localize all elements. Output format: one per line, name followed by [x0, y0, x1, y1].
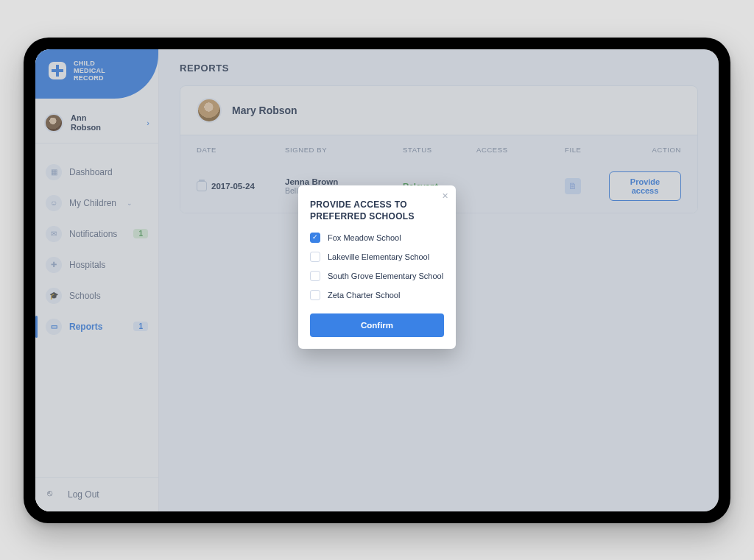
checkbox-checked-icon[interactable] [310, 233, 320, 243]
provide-access-modal: ✕ PROVIDE ACCESS TO PREFERRED SCHOOLS Fo… [298, 185, 456, 349]
cell-date: 2017-05-24 [197, 181, 285, 191]
sidebar-item-my-children[interactable]: ☺ My Children ⌄ [35, 188, 158, 219]
brand-logo-icon [49, 62, 66, 79]
school-label: South Grove Elementary School [328, 272, 443, 280]
dashboard-icon: ▦ [46, 164, 62, 180]
school-label: Fox Meadow School [328, 233, 401, 242]
sidebar-item-label: Dashboard [69, 167, 113, 177]
notifications-icon: ✉ [46, 226, 62, 242]
current-user-name: Ann Robson [71, 113, 139, 132]
notifications-badge: 1 [133, 229, 148, 238]
sidebar-item-label: Schools [69, 291, 101, 301]
sidebar-item-schools[interactable]: 🎓 Schools [35, 280, 158, 311]
sidebar-item-label: Reports [69, 322, 102, 332]
school-label: Zeta Charter School [328, 291, 400, 300]
hospitals-icon: ✚ [46, 257, 62, 273]
table-header: DATE SIGNED BY STATUS ACCESS FILE ACTION [180, 135, 697, 161]
app-screen: CHILD MEDICAL RECORD Ann Robson › ▦ Dash… [35, 49, 719, 511]
sidebar-item-dashboard[interactable]: ▦ Dashboard [35, 157, 158, 188]
modal-title: PROVIDE ACCESS TO PREFERRED SCHOOLS [310, 199, 444, 222]
schools-icon: 🎓 [46, 288, 62, 304]
checkbox-icon[interactable] [310, 290, 320, 300]
school-label: Lakeville Elementary School [328, 252, 429, 261]
school-option[interactable]: South Grove Elementary School [310, 271, 444, 281]
reports-badge: 1 [133, 322, 148, 331]
sidebar-item-label: My Children [69, 198, 116, 208]
chevron-right-icon: › [147, 118, 149, 127]
school-option[interactable]: Zeta Charter School [310, 290, 444, 300]
col-signed: SIGNED BY [285, 146, 403, 154]
sidebar-item-label: Hospitals [69, 260, 105, 270]
brand-title: CHILD MEDICAL RECORD [74, 60, 105, 82]
patient-name: Mary Robson [232, 104, 297, 116]
logout-label: Log Out [68, 489, 99, 500]
close-icon[interactable]: ✕ [442, 191, 448, 201]
children-icon: ☺ [46, 195, 62, 211]
sidebar: CHILD MEDICAL RECORD Ann Robson › ▦ Dash… [35, 49, 159, 511]
avatar [197, 98, 222, 123]
logout-button[interactable]: ⎋ Log Out [35, 477, 158, 511]
col-access: ACCESS [476, 146, 565, 154]
checkbox-icon[interactable] [310, 252, 320, 262]
sidebar-item-notifications[interactable]: ✉ Notifications 1 [35, 219, 158, 249]
col-action: ACTION [609, 146, 681, 154]
col-status: STATUS [403, 146, 476, 154]
sidebar-item-hospitals[interactable]: ✚ Hospitals [35, 249, 158, 280]
page-title: REPORTS [180, 63, 698, 74]
sidebar-item-label: Notifications [69, 229, 117, 239]
date-value: 2017-05-24 [211, 182, 255, 191]
reports-icon: ▭ [46, 319, 62, 335]
user-first: Ann [71, 113, 139, 123]
school-option[interactable]: Lakeville Elementary School [310, 252, 444, 262]
checkbox-icon[interactable] [310, 271, 320, 281]
logout-icon: ⎋ [47, 488, 60, 501]
user-last: Robson [71, 123, 139, 132]
sidebar-item-reports[interactable]: ▭ Reports 1 [35, 311, 158, 342]
col-file: FILE [565, 146, 609, 154]
file-icon[interactable]: 🗎 [565, 178, 581, 194]
patient-header: Mary Robson [180, 86, 697, 135]
brand-header: CHILD MEDICAL RECORD [35, 49, 158, 99]
cell-action: Provide access [609, 171, 681, 201]
col-date: DATE [197, 146, 285, 154]
chevron-down-icon: ⌄ [127, 199, 133, 207]
school-option[interactable]: Fox Meadow School [310, 233, 444, 243]
cell-file: 🗎 [565, 178, 609, 194]
current-user-row[interactable]: Ann Robson › [35, 103, 158, 143]
provide-access-button[interactable]: Provide access [609, 171, 681, 201]
brand-line-3: RECORD [74, 74, 105, 82]
brand-line-2: MEDICAL [74, 67, 105, 74]
sidebar-nav: ▦ Dashboard ☺ My Children ⌄ ✉ Notificati… [35, 143, 158, 477]
confirm-button[interactable]: Confirm [310, 313, 444, 337]
avatar [44, 113, 63, 132]
tablet-frame: CHILD MEDICAL RECORD Ann Robson › ▦ Dash… [24, 38, 730, 523]
brand-line-1: CHILD [74, 60, 105, 67]
calendar-icon [197, 181, 207, 191]
